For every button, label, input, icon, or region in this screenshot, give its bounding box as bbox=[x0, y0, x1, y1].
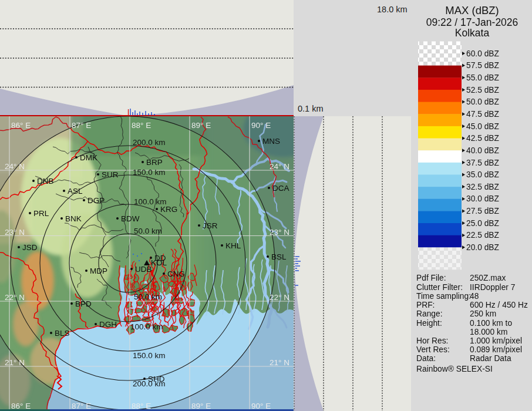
svg-text:37.5 dBZ: 37.5 dBZ bbox=[466, 159, 499, 167]
svg-text:21° N: 21° N bbox=[5, 358, 25, 367]
svg-text:BPD: BPD bbox=[75, 299, 92, 308]
svg-text:100.0 km: 100.0 km bbox=[130, 322, 163, 331]
svg-text:50.0 dBZ: 50.0 dBZ bbox=[466, 97, 499, 106]
svg-text:200.0 km: 200.0 km bbox=[133, 138, 166, 147]
svg-text:MAX (dBZ): MAX (dBZ) bbox=[445, 4, 499, 16]
svg-text:87° E: 87° E bbox=[72, 121, 91, 130]
svg-text:PRF:: PRF: bbox=[416, 301, 435, 309]
svg-text:Data:: Data: bbox=[416, 354, 436, 363]
svg-text:55.0 dBZ: 55.0 dBZ bbox=[466, 73, 499, 82]
svg-text:150.0 km: 150.0 km bbox=[133, 168, 166, 177]
svg-text:23° N: 23° N bbox=[270, 228, 289, 237]
svg-text:25.0 dBZ: 25.0 dBZ bbox=[466, 219, 499, 228]
svg-text:24° N: 24° N bbox=[5, 162, 25, 171]
svg-text:250 km: 250 km bbox=[470, 309, 496, 318]
svg-text:90° E: 90° E bbox=[251, 402, 271, 410]
svg-text:89° E: 89° E bbox=[191, 121, 211, 130]
svg-text:86° E: 86° E bbox=[11, 121, 31, 130]
svg-text:22° N: 22° N bbox=[270, 293, 289, 302]
svg-text:18.000 km: 18.000 km bbox=[470, 328, 507, 336]
svg-text:48: 48 bbox=[470, 292, 479, 301]
svg-text:MDP: MDP bbox=[90, 267, 107, 275]
svg-text:150.0 km: 150.0 km bbox=[133, 351, 166, 360]
svg-text:DGP: DGP bbox=[87, 196, 105, 205]
svg-text:90° E: 90° E bbox=[251, 121, 271, 130]
svg-text:57.5 dBZ: 57.5 dBZ bbox=[466, 61, 499, 70]
svg-text:0.1 km: 0.1 km bbox=[298, 104, 324, 113]
svg-text:MNS: MNS bbox=[262, 137, 280, 146]
svg-text:Radar Data: Radar Data bbox=[470, 354, 511, 363]
svg-text:Vert Res:: Vert Res: bbox=[416, 345, 450, 354]
svg-text:Kolkata: Kolkata bbox=[455, 27, 490, 39]
svg-text:DNB: DNB bbox=[37, 177, 54, 186]
svg-text:Hor Res:: Hor Res: bbox=[416, 336, 448, 345]
svg-text:BRP: BRP bbox=[146, 158, 163, 167]
svg-text:21° N: 21° N bbox=[270, 358, 289, 367]
svg-text:89° E: 89° E bbox=[191, 402, 211, 410]
svg-text:PRL: PRL bbox=[33, 209, 49, 218]
svg-text:22.5 dBZ: 22.5 dBZ bbox=[466, 231, 499, 240]
svg-text:KRG: KRG bbox=[160, 205, 177, 214]
svg-text:1.000 km/pixel: 1.000 km/pixel bbox=[470, 336, 522, 345]
svg-text:0.089 km/pixel: 0.089 km/pixel bbox=[470, 345, 522, 354]
svg-text:CNG: CNG bbox=[167, 269, 185, 278]
svg-text:23° N: 23° N bbox=[5, 228, 25, 237]
svg-text:50.0 km: 50.0 km bbox=[134, 292, 162, 301]
svg-text:47.5 dBZ: 47.5 dBZ bbox=[466, 110, 499, 119]
svg-text:86° E: 86° E bbox=[11, 402, 31, 410]
svg-text:35.0 dBZ: 35.0 dBZ bbox=[466, 170, 499, 179]
svg-text:ASL: ASL bbox=[68, 187, 83, 196]
svg-text:DGH: DGH bbox=[99, 320, 117, 329]
svg-text:32.5 dBZ: 32.5 dBZ bbox=[466, 183, 499, 191]
svg-text:UDB: UDB bbox=[135, 265, 152, 274]
svg-text:20.0 dBZ: 20.0 dBZ bbox=[466, 243, 499, 252]
svg-text:JSD: JSD bbox=[22, 243, 38, 252]
svg-text:KHL: KHL bbox=[225, 241, 241, 250]
svg-text:42.5 dBZ: 42.5 dBZ bbox=[466, 134, 499, 143]
svg-text:40.0 dBZ: 40.0 dBZ bbox=[466, 146, 499, 155]
svg-text:0.100 km to: 0.100 km to bbox=[470, 319, 512, 328]
svg-text:52.5 dBZ: 52.5 dBZ bbox=[466, 86, 499, 95]
svg-text:Range:: Range: bbox=[416, 309, 443, 318]
svg-text:09:22 / 17-Jan-2026: 09:22 / 17-Jan-2026 bbox=[426, 16, 518, 28]
svg-text:27.5 dBZ: 27.5 dBZ bbox=[466, 207, 499, 215]
svg-text:45.0 dBZ: 45.0 dBZ bbox=[466, 122, 499, 131]
svg-text:60.0 dBZ: 60.0 dBZ bbox=[466, 49, 499, 58]
svg-text:Pdf File:: Pdf File: bbox=[416, 274, 446, 282]
svg-text:18.0 km: 18.0 km bbox=[377, 5, 408, 14]
svg-text:Height:: Height: bbox=[416, 319, 442, 328]
svg-text:BDW: BDW bbox=[121, 214, 140, 223]
svg-text:87° E: 87° E bbox=[72, 402, 91, 410]
svg-text:JSR: JSR bbox=[203, 221, 218, 230]
svg-text:SUR: SUR bbox=[102, 170, 119, 179]
svg-text:Time sampling:: Time sampling: bbox=[416, 292, 471, 301]
svg-text:IIRDoppler 7: IIRDoppler 7 bbox=[470, 283, 515, 292]
svg-text:KOL: KOL bbox=[151, 258, 167, 267]
svg-text:24° N: 24° N bbox=[270, 162, 289, 171]
svg-text:Clutter Filter:: Clutter Filter: bbox=[416, 283, 463, 292]
svg-text:22° N: 22° N bbox=[5, 293, 25, 302]
svg-text:BNK: BNK bbox=[65, 214, 82, 223]
svg-text:250Z.max: 250Z.max bbox=[470, 274, 506, 282]
svg-text:SHD: SHD bbox=[148, 375, 165, 383]
svg-text:30.0 dBZ: 30.0 dBZ bbox=[466, 194, 499, 203]
svg-text:88° E: 88° E bbox=[132, 402, 151, 410]
svg-text:DCA: DCA bbox=[272, 184, 289, 193]
svg-text:Rainbow® SELEX-SI: Rainbow® SELEX-SI bbox=[416, 365, 493, 373]
svg-text:600 Hz / 450 Hz: 600 Hz / 450 Hz bbox=[470, 301, 528, 309]
svg-text:BLS: BLS bbox=[55, 329, 70, 338]
svg-text:BSL: BSL bbox=[271, 252, 287, 261]
svg-text:88° E: 88° E bbox=[132, 121, 151, 130]
svg-text:DMK: DMK bbox=[80, 153, 97, 162]
svg-text:50.0 km: 50.0 km bbox=[134, 227, 162, 235]
